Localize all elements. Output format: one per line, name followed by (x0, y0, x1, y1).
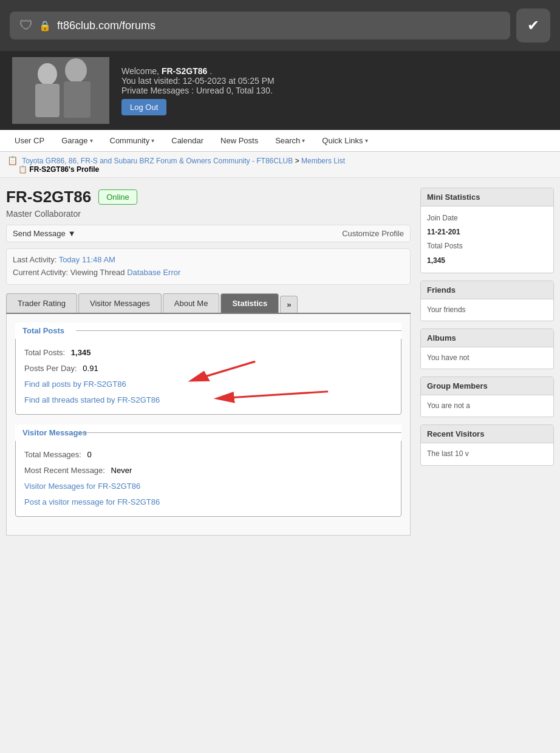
tab-more-button[interactable]: » (280, 296, 298, 313)
activity-box: Last Activity: Today 11:48 AM Current Ac… (6, 248, 411, 285)
breadcrumb-current: FR-S2GT86's Profile (29, 165, 99, 174)
tab-trader-rating[interactable]: Trader Rating (6, 293, 77, 313)
browser-checkmark-button[interactable]: ✔ (516, 9, 550, 43)
current-activity-row: Current Activity: Viewing Thread Databas… (13, 267, 404, 279)
albums-title: Albums (421, 329, 553, 347)
albums-body: You have not (421, 347, 553, 369)
profile-actions: Send Message ▼ Customize Profile (6, 225, 411, 242)
last-activity-row: Last Activity: Today 11:48 AM (13, 254, 404, 267)
nav-item-new-posts[interactable]: New Posts (212, 130, 267, 151)
mini-statistics-title: Mini Statistics (421, 188, 553, 206)
post-visitor-msg-row: Post a visitor message for FR-S2GT86 (24, 494, 392, 510)
most-recent-row: Most Recent Message: Never (24, 463, 392, 479)
chevron-down-icon: ▼ (68, 229, 76, 238)
visitor-msgs-link-row: Visitor Messages for FR-S2GT86 (24, 479, 392, 494)
find-threads-row: Find all threads started by FR-S2GT86 (24, 392, 392, 408)
tab-about-me[interactable]: About Me (163, 293, 220, 313)
total-messages-row: Total Messages: 0 (24, 447, 392, 463)
tab-statistics[interactable]: Statistics (220, 293, 279, 313)
lock-icon: 🔒 (39, 20, 51, 32)
sidebar-total-posts-value-row: 1,345 (427, 254, 547, 268)
find-all-threads-link[interactable]: Find all threads started by FR-S2GT86 (24, 395, 160, 404)
tab-visitor-messages[interactable]: Visitor Messages (78, 293, 162, 313)
albums-box: Albums You have not (420, 329, 554, 369)
chevron-down-icon: ▾ (365, 137, 368, 144)
logout-button[interactable]: Log Out (121, 99, 166, 115)
send-message-button[interactable]: Send Message ▼ (13, 229, 76, 238)
find-all-posts-link[interactable]: Find all posts by FR-S2GT86 (24, 380, 126, 389)
breadcrumb-forum-link[interactable]: Toyota GR86, 86, FR-S and Subaru BRZ For… (22, 157, 293, 165)
chevron-down-icon: ▾ (90, 137, 93, 144)
svg-rect-0 (12, 57, 109, 124)
friends-box: Friends Your friends (420, 281, 554, 321)
database-error-link[interactable]: Database Error (127, 268, 180, 277)
group-members-body: You are not a (421, 395, 553, 417)
profile-name: FR-S2GT86 (6, 188, 91, 206)
total-posts-body: Total Posts: 1,345 Posts Per Day: 0.91 F… (16, 339, 401, 414)
join-date-row: Join Date (427, 211, 547, 225)
visitor-messages-section-title: Visitor Messages (15, 424, 401, 441)
online-badge: Online (98, 189, 137, 205)
nav-item-usercp[interactable]: User CP (6, 130, 53, 151)
recent-visitors-title: Recent Visitors (421, 425, 553, 443)
nav-item-community[interactable]: Community ▾ (101, 130, 163, 151)
join-date-value-row: 11-21-201 (427, 225, 547, 239)
header-banner-image (12, 57, 109, 124)
last-visited-text: You last visited: 12-05-2023 at 05:25 PM (121, 76, 275, 86)
total-posts-row: Total Posts: 1,345 (24, 345, 392, 361)
sidebar: Mini Statistics Join Date 11-21-201 Tota… (420, 188, 554, 536)
svg-rect-4 (64, 81, 90, 118)
total-posts-section-title: Total Posts (15, 322, 401, 339)
chevron-down-icon: ▾ (302, 137, 305, 144)
post-visitor-message-link[interactable]: Post a visitor message for FR-S2GT86 (24, 497, 160, 506)
nav-item-quick-links[interactable]: Quick Links ▾ (313, 130, 376, 151)
group-members-box: Group Members You are not a (420, 376, 554, 417)
url-text: ft86club.com/forums (57, 19, 155, 32)
profile-main: FR-S2GT86 Online Master Collaborator Sen… (6, 188, 411, 536)
svg-rect-2 (35, 84, 60, 117)
chevron-down-icon: ▾ (151, 137, 154, 144)
mini-statistics-box: Mini Statistics Join Date 11-21-201 Tota… (420, 188, 554, 273)
address-bar[interactable]: 🛡 🔒 ft86club.com/forums (10, 12, 510, 39)
welcome-text: Welcome, FR-S2GT86 . (121, 66, 275, 76)
nav-item-search[interactable]: Search ▾ (267, 130, 313, 151)
profile-title: Master Collaborator (6, 209, 411, 219)
tab-statistics-content: Total Posts Total Posts: 1,345 Posts Per… (6, 314, 411, 536)
recent-visitors-box: Recent Visitors The last 10 v (420, 424, 554, 465)
profile-name-row: FR-S2GT86 Online (6, 188, 411, 206)
svg-point-1 (38, 63, 57, 85)
breadcrumb: 📋 Toyota GR86, 86, FR-S and Subaru BRZ F… (0, 152, 560, 178)
visitor-messages-link[interactable]: Visitor Messages for FR-S2GT86 (24, 482, 140, 491)
browser-chrome: 🛡 🔒 ft86club.com/forums ✔ (0, 0, 560, 51)
shield-icon: 🛡 (19, 18, 33, 33)
profile-tabs: Trader Rating Visitor Messages About Me … (6, 293, 411, 314)
site-header: Welcome, FR-S2GT86 . You last visited: 1… (0, 51, 560, 130)
svg-point-3 (65, 58, 87, 83)
posts-per-day-row: Posts Per Day: 0.91 (24, 361, 392, 376)
visitor-messages-section: Visitor Messages Total Messages: 0 Most … (15, 424, 401, 517)
main-layout: FR-S2GT86 Online Master Collaborator Sen… (0, 178, 560, 545)
recent-visitors-body: The last 10 v (421, 443, 553, 465)
customize-profile-button[interactable]: Customize Profile (342, 229, 404, 238)
total-posts-section: Total Posts Total Posts: 1,345 Posts Per… (15, 322, 401, 415)
friends-title: Friends (421, 281, 553, 299)
breadcrumb-home-icon: 📋 (7, 155, 18, 165)
sidebar-total-posts-row: Total Posts (427, 239, 547, 253)
friends-body: Your friends (421, 299, 553, 321)
nav-bar: User CP Garage ▾ Community ▾ Calendar Ne… (0, 130, 560, 152)
private-messages-text: Private Messages : Unread 0, Total 130. (121, 86, 275, 95)
group-members-title: Group Members (421, 377, 553, 395)
username-text: FR-S2GT86 (162, 66, 207, 76)
nav-item-garage[interactable]: Garage ▾ (53, 130, 101, 151)
visitor-messages-body: Total Messages: 0 Most Recent Message: N… (16, 441, 401, 516)
find-posts-row: Find all posts by FR-S2GT86 (24, 376, 392, 392)
breadcrumb-members-link[interactable]: Members List (301, 157, 345, 165)
nav-item-calendar[interactable]: Calendar (163, 130, 212, 151)
welcome-block: Welcome, FR-S2GT86 . You last visited: 1… (121, 66, 275, 115)
mini-statistics-body: Join Date 11-21-201 Total Posts 1,345 (421, 206, 553, 273)
